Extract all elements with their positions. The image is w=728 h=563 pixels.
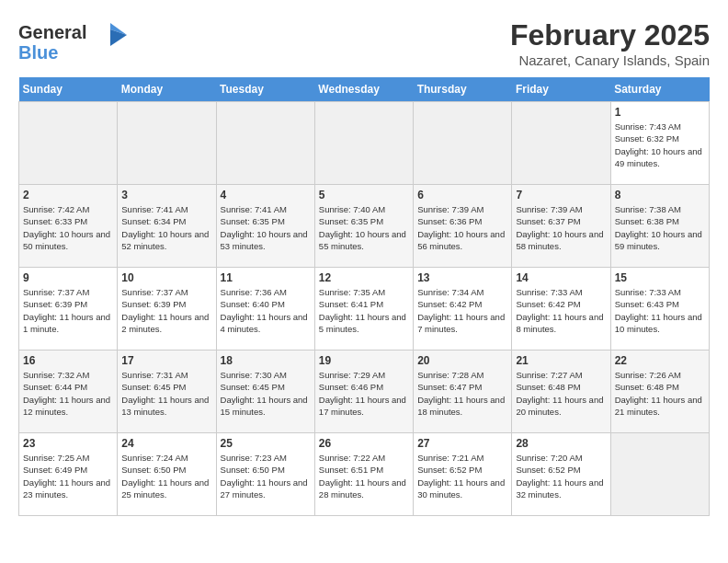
calendar-cell: 7Sunrise: 7:39 AM Sunset: 6:37 PM Daylig… bbox=[512, 185, 610, 268]
location-subtitle: Nazaret, Canary Islands, Spain bbox=[510, 52, 710, 68]
page-header: GeneralBlue February 2025 Nazaret, Canar… bbox=[18, 18, 710, 68]
weekday-header-monday: Monday bbox=[118, 77, 216, 102]
calendar-cell: 20Sunrise: 7:28 AM Sunset: 6:47 PM Dayli… bbox=[414, 350, 512, 433]
svg-text:Blue: Blue bbox=[18, 42, 58, 63]
calendar-cell: 21Sunrise: 7:27 AM Sunset: 6:48 PM Dayli… bbox=[512, 350, 610, 433]
day-number: 27 bbox=[417, 437, 507, 450]
calendar-cell: 26Sunrise: 7:22 AM Sunset: 6:51 PM Dayli… bbox=[314, 433, 413, 516]
calendar-cell bbox=[118, 102, 216, 185]
day-number: 13 bbox=[417, 271, 507, 284]
logo-svg: GeneralBlue bbox=[18, 18, 129, 64]
calendar-table: SundayMondayTuesdayWednesdayThursdayFrid… bbox=[18, 77, 710, 516]
day-info: Sunrise: 7:41 AM Sunset: 6:34 PM Dayligh… bbox=[121, 203, 211, 252]
day-number: 15 bbox=[615, 271, 705, 284]
day-number: 7 bbox=[516, 189, 606, 201]
svg-text:General: General bbox=[18, 22, 86, 42]
day-number: 19 bbox=[319, 354, 409, 367]
day-info: Sunrise: 7:23 AM Sunset: 6:50 PM Dayligh… bbox=[221, 452, 311, 500]
day-info: Sunrise: 7:38 AM Sunset: 6:38 PM Dayligh… bbox=[615, 203, 705, 252]
calendar-cell: 4Sunrise: 7:41 AM Sunset: 6:35 PM Daylig… bbox=[216, 185, 314, 268]
calendar-cell: 12Sunrise: 7:35 AM Sunset: 6:41 PM Dayli… bbox=[314, 268, 413, 350]
day-info: Sunrise: 7:35 AM Sunset: 6:41 PM Dayligh… bbox=[319, 286, 409, 335]
day-info: Sunrise: 7:33 AM Sunset: 6:42 PM Dayligh… bbox=[516, 286, 606, 335]
calendar-cell: 5Sunrise: 7:40 AM Sunset: 6:35 PM Daylig… bbox=[314, 185, 413, 268]
day-number: 20 bbox=[417, 354, 507, 367]
title-area: February 2025 Nazaret, Canary Islands, S… bbox=[510, 18, 710, 68]
day-number: 16 bbox=[23, 354, 113, 367]
calendar-cell: 16Sunrise: 7:32 AM Sunset: 6:44 PM Dayli… bbox=[19, 350, 118, 433]
day-number: 5 bbox=[319, 189, 409, 201]
weekday-header-wednesday: Wednesday bbox=[314, 77, 413, 102]
weekday-header-row: SundayMondayTuesdayWednesdayThursdayFrid… bbox=[19, 77, 710, 102]
calendar-cell: 25Sunrise: 7:23 AM Sunset: 6:50 PM Dayli… bbox=[216, 433, 314, 516]
day-info: Sunrise: 7:26 AM Sunset: 6:48 PM Dayligh… bbox=[615, 369, 705, 418]
day-info: Sunrise: 7:32 AM Sunset: 6:44 PM Dayligh… bbox=[23, 369, 113, 418]
calendar-cell bbox=[512, 102, 610, 185]
day-number: 18 bbox=[221, 354, 311, 367]
day-info: Sunrise: 7:21 AM Sunset: 6:52 PM Dayligh… bbox=[417, 452, 507, 500]
weekday-header-sunday: Sunday bbox=[19, 77, 118, 102]
day-info: Sunrise: 7:22 AM Sunset: 6:51 PM Dayligh… bbox=[319, 452, 409, 500]
day-number: 21 bbox=[516, 354, 606, 367]
day-info: Sunrise: 7:39 AM Sunset: 6:36 PM Dayligh… bbox=[417, 203, 507, 252]
day-number: 14 bbox=[516, 271, 606, 284]
day-info: Sunrise: 7:25 AM Sunset: 6:49 PM Dayligh… bbox=[23, 452, 113, 500]
calendar-cell: 15Sunrise: 7:33 AM Sunset: 6:43 PM Dayli… bbox=[610, 268, 709, 350]
calendar-cell: 6Sunrise: 7:39 AM Sunset: 6:36 PM Daylig… bbox=[414, 185, 512, 268]
day-number: 25 bbox=[221, 437, 311, 450]
calendar-cell: 1Sunrise: 7:43 AM Sunset: 6:32 PM Daylig… bbox=[610, 102, 709, 185]
calendar-cell: 2Sunrise: 7:42 AM Sunset: 6:33 PM Daylig… bbox=[19, 185, 118, 268]
calendar-cell: 11Sunrise: 7:36 AM Sunset: 6:40 PM Dayli… bbox=[216, 268, 314, 350]
day-number: 24 bbox=[121, 437, 211, 450]
calendar-cell: 18Sunrise: 7:30 AM Sunset: 6:45 PM Dayli… bbox=[216, 350, 314, 433]
day-number: 1 bbox=[615, 106, 705, 119]
day-number: 12 bbox=[319, 271, 409, 284]
day-info: Sunrise: 7:24 AM Sunset: 6:50 PM Dayligh… bbox=[121, 452, 211, 500]
weekday-header-friday: Friday bbox=[512, 77, 610, 102]
day-info: Sunrise: 7:27 AM Sunset: 6:48 PM Dayligh… bbox=[516, 369, 606, 418]
calendar-cell: 24Sunrise: 7:24 AM Sunset: 6:50 PM Dayli… bbox=[118, 433, 216, 516]
day-info: Sunrise: 7:41 AM Sunset: 6:35 PM Dayligh… bbox=[221, 203, 311, 252]
calendar-cell: 27Sunrise: 7:21 AM Sunset: 6:52 PM Dayli… bbox=[414, 433, 512, 516]
day-number: 10 bbox=[121, 271, 211, 284]
day-number: 9 bbox=[23, 271, 113, 284]
day-info: Sunrise: 7:37 AM Sunset: 6:39 PM Dayligh… bbox=[23, 286, 113, 335]
day-info: Sunrise: 7:43 AM Sunset: 6:32 PM Dayligh… bbox=[615, 121, 705, 169]
calendar-cell bbox=[19, 102, 118, 185]
calendar-week-1: 1Sunrise: 7:43 AM Sunset: 6:32 PM Daylig… bbox=[19, 102, 710, 185]
calendar-week-5: 23Sunrise: 7:25 AM Sunset: 6:49 PM Dayli… bbox=[19, 433, 710, 516]
day-number: 23 bbox=[23, 437, 113, 450]
calendar-week-2: 2Sunrise: 7:42 AM Sunset: 6:33 PM Daylig… bbox=[19, 185, 710, 268]
day-info: Sunrise: 7:31 AM Sunset: 6:45 PM Dayligh… bbox=[121, 369, 211, 418]
calendar-cell bbox=[610, 433, 709, 516]
calendar-cell bbox=[314, 102, 413, 185]
month-title: February 2025 bbox=[510, 18, 710, 52]
calendar-cell: 17Sunrise: 7:31 AM Sunset: 6:45 PM Dayli… bbox=[118, 350, 216, 433]
day-info: Sunrise: 7:37 AM Sunset: 6:39 PM Dayligh… bbox=[121, 286, 211, 335]
day-info: Sunrise: 7:28 AM Sunset: 6:47 PM Dayligh… bbox=[417, 369, 507, 418]
day-number: 2 bbox=[23, 189, 113, 201]
day-info: Sunrise: 7:29 AM Sunset: 6:46 PM Dayligh… bbox=[319, 369, 409, 418]
day-number: 8 bbox=[615, 189, 705, 201]
day-number: 3 bbox=[121, 189, 211, 201]
day-info: Sunrise: 7:40 AM Sunset: 6:35 PM Dayligh… bbox=[319, 203, 409, 252]
day-number: 17 bbox=[121, 354, 211, 367]
calendar-cell: 28Sunrise: 7:20 AM Sunset: 6:52 PM Dayli… bbox=[512, 433, 610, 516]
day-number: 11 bbox=[221, 271, 311, 284]
weekday-header-tuesday: Tuesday bbox=[216, 77, 314, 102]
calendar-cell: 22Sunrise: 7:26 AM Sunset: 6:48 PM Dayli… bbox=[610, 350, 709, 433]
calendar-week-3: 9Sunrise: 7:37 AM Sunset: 6:39 PM Daylig… bbox=[19, 268, 710, 350]
logo: GeneralBlue bbox=[18, 18, 129, 64]
calendar-cell: 3Sunrise: 7:41 AM Sunset: 6:34 PM Daylig… bbox=[118, 185, 216, 268]
day-number: 26 bbox=[319, 437, 409, 450]
calendar-week-4: 16Sunrise: 7:32 AM Sunset: 6:44 PM Dayli… bbox=[19, 350, 710, 433]
day-number: 28 bbox=[516, 437, 606, 450]
day-info: Sunrise: 7:39 AM Sunset: 6:37 PM Dayligh… bbox=[516, 203, 606, 252]
weekday-header-thursday: Thursday bbox=[414, 77, 512, 102]
day-info: Sunrise: 7:33 AM Sunset: 6:43 PM Dayligh… bbox=[615, 286, 705, 335]
day-info: Sunrise: 7:36 AM Sunset: 6:40 PM Dayligh… bbox=[221, 286, 311, 335]
calendar-cell: 8Sunrise: 7:38 AM Sunset: 6:38 PM Daylig… bbox=[610, 185, 709, 268]
calendar-cell bbox=[216, 102, 314, 185]
weekday-header-saturday: Saturday bbox=[610, 77, 709, 102]
calendar-cell: 13Sunrise: 7:34 AM Sunset: 6:42 PM Dayli… bbox=[414, 268, 512, 350]
